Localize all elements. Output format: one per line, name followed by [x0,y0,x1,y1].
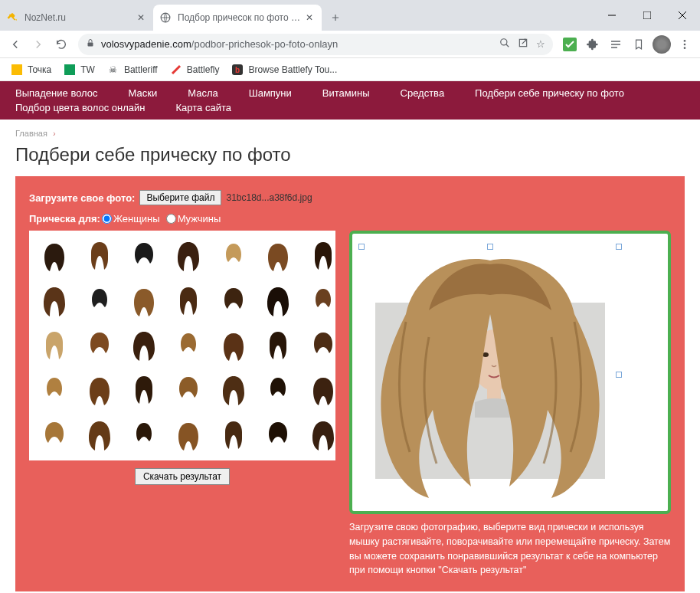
hair-thumb[interactable] [213,235,254,277]
bookmark-battlefly[interactable]: Battlefly [165,61,224,79]
address-bar[interactable]: volosvypadenie.com/podbor-prichesok-po-f… [78,34,553,55]
close-icon[interactable]: ✕ [135,11,147,24]
hair-thumb[interactable] [213,325,254,366]
hair-thumb[interactable] [123,325,165,366]
maximize-button[interactable] [630,0,665,31]
reload-button[interactable] [51,34,72,55]
preview-box[interactable] [349,231,671,514]
nav-link[interactable]: Шампуни [249,87,292,99]
svg-rect-11 [11,64,22,75]
choose-file-button[interactable]: Выберите файл [139,190,221,205]
close-window-button[interactable] [665,0,700,31]
menu-icon[interactable] [674,34,695,55]
back-button[interactable] [5,34,26,55]
hair-thumb[interactable] [78,325,119,366]
hair-thumb[interactable] [168,235,209,277]
star-icon[interactable]: ☆ [536,38,545,50]
hair-thumb[interactable] [257,369,299,411]
hair-thumb[interactable] [34,280,75,321]
forward-button[interactable] [28,34,49,55]
hair-thumb[interactable] [168,325,209,366]
hair-thumb[interactable] [34,369,75,411]
minimize-button[interactable] [594,0,630,31]
radio-men[interactable] [166,214,176,224]
hair-thumb[interactable] [34,235,75,277]
extension-check-icon[interactable] [559,34,581,55]
hair-thumb[interactable] [78,369,119,411]
bookmark-tochka[interactable]: Точка [6,61,56,79]
svg-point-10 [684,47,686,49]
svg-rect-3 [88,43,93,47]
hairstyle-grid[interactable] [29,231,335,460]
hair-thumb[interactable] [168,280,209,321]
close-icon[interactable]: ✕ [303,11,316,24]
search-icon[interactable] [499,38,510,51]
radio-women[interactable] [102,214,112,224]
nav-link[interactable]: Подбор цвета волос онлайн [15,102,146,113]
new-tab-button[interactable] [325,7,346,28]
resize-handle-e[interactable] [616,372,622,378]
profile-avatar[interactable] [651,34,672,55]
skull-icon: ☠ [107,64,119,76]
hair-thumb[interactable] [168,414,209,456]
hair-thumb[interactable] [78,235,119,277]
breadcrumb-home[interactable]: Главная [15,129,47,138]
nav-link[interactable]: Маски [129,87,158,99]
bookmark-battleriff[interactable]: ☠Battleriff [103,61,162,79]
extensions-icon[interactable] [582,34,604,55]
globe-icon [159,11,172,24]
hair-overlay[interactable] [360,245,620,506]
upload-label: Загрузите свое фото: [29,192,135,204]
hair-thumb[interactable] [257,280,299,321]
url-host: volosvypadenie.com [101,38,191,50]
hair-thumb[interactable] [123,414,165,456]
hair-thumb[interactable] [213,369,254,411]
hair-thumb[interactable] [34,414,75,456]
hair-thumb[interactable] [302,280,335,321]
resize-handle-n[interactable] [487,244,493,250]
gender-row: Прическа для: Женщины Мужчины [29,213,671,224]
hair-thumb[interactable] [123,280,165,321]
download-button[interactable]: Скачать результат [135,468,230,485]
hair-thumb[interactable] [78,280,119,321]
hair-thumb[interactable] [257,414,299,456]
nav-link[interactable]: Витамины [322,87,370,99]
hair-thumb[interactable] [302,325,335,366]
hair-thumb[interactable] [302,369,335,411]
hair-thumb[interactable] [34,325,75,366]
nav-link[interactable]: Масла [188,87,218,99]
hair-thumb[interactable] [302,235,335,277]
hair-thumb[interactable] [257,235,299,277]
hair-thumb[interactable] [168,369,209,411]
upload-row: Загрузите свое фото: Выберите файл 31bc1… [29,190,671,205]
hair-thumb[interactable] [213,414,254,456]
bookmark-tw[interactable]: TW [59,61,100,79]
reading-list-icon[interactable] [605,34,626,55]
tab-noznet[interactable]: NozNet.ru ✕ [0,5,153,31]
nav-link[interactable]: Подбери себе прическу по фото [475,87,624,99]
nav-link[interactable]: Карта сайта [176,102,231,113]
bookmark-ext-icon[interactable] [628,34,649,55]
yellow-square-icon [11,64,23,76]
page-viewport: Выпадение волос Маски Масла Шампуни Вита… [0,81,700,593]
hair-thumb[interactable] [78,414,119,456]
bookmark-battlefy[interactable]: bBrowse Battlefy Tou... [227,61,342,79]
page-content: Главная › Подбери себе прическу по фото … [0,120,700,593]
nav-link[interactable]: Средства [401,87,445,99]
hair-thumb[interactable] [257,325,299,366]
hair-thumb[interactable] [123,369,165,411]
svg-point-9 [684,43,686,45]
hair-thumb[interactable] [302,414,335,456]
page-title: Подбери себе прическу по фото [15,144,685,165]
share-icon[interactable] [518,38,528,51]
resize-handle-ne[interactable] [616,244,622,250]
nav-link[interactable]: Выпадение волос [15,87,98,99]
browser-toolbar: volosvypadenie.com/podbor-prichesok-po-f… [0,31,700,58]
tab-active[interactable]: Подбор причесок по фото онла ✕ [153,5,322,31]
hair-thumb[interactable] [213,280,254,321]
url-path: /podbor-prichesok-po-foto-onlayn [191,38,339,50]
lock-icon [86,38,95,50]
filename-label: 31bc18d...a38f6d.jpg [226,192,312,203]
hair-thumb[interactable] [123,235,165,277]
resize-handle-nw[interactable] [358,244,365,250]
